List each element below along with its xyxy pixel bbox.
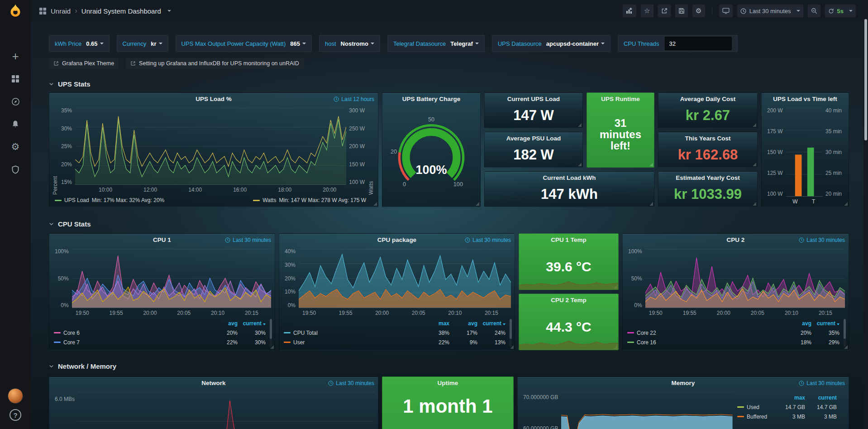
series-name[interactable]: Core 6 [63, 330, 80, 336]
variable-telegraf-datasource[interactable]: Telegraf Datasource Telegraf [387, 35, 485, 52]
legend: max avg current CPU Total 38% 17% 24% [279, 318, 515, 350]
panel-title[interactable]: UPS Load % [196, 96, 232, 102]
legend-header-max[interactable]: max [421, 320, 449, 327]
breadcrumb-app[interactable]: Unraid [51, 7, 71, 15]
time-range-picker[interactable]: Last 30 minutes [737, 4, 804, 18]
legend-header-current[interactable]: current [805, 395, 837, 401]
series-name[interactable]: Buffered [747, 414, 767, 420]
legend-scrollbar[interactable] [510, 319, 512, 347]
avatar[interactable] [8, 388, 23, 404]
link-ups-monitoring-guide[interactable]: Setting up Grafana and InfluxDB for UPS … [126, 58, 304, 69]
legend-header-avg[interactable]: avg [449, 320, 477, 327]
panel-title[interactable]: This Years Cost [685, 135, 730, 142]
series-name[interactable]: Core 22 [637, 330, 656, 336]
variable-host[interactable]: host Nostromo [319, 35, 380, 52]
legend-header-current[interactable]: current [238, 320, 266, 327]
panel-title[interactable]: Estimated Yearly Cost [676, 174, 740, 181]
dashboards-icon[interactable] [6, 70, 24, 88]
panel-uptime: Uptime 1 month 1 [382, 376, 514, 429]
grafana-logo[interactable] [0, 0, 31, 22]
chart-plot[interactable] [78, 392, 374, 429]
explore-icon[interactable] [6, 92, 24, 111]
alerting-icon[interactable] [6, 115, 24, 133]
chart-plot[interactable] [561, 392, 733, 429]
variable-currency[interactable]: Currency kr [117, 35, 168, 52]
chart-plot[interactable] [786, 108, 823, 197]
series-name[interactable]: Used [747, 404, 759, 410]
row-header-network-memory[interactable]: Network / Memory [49, 360, 849, 372]
apps-grid-icon[interactable] [39, 7, 47, 15]
dashboard-title-caret-icon[interactable] [167, 10, 171, 12]
row-header-cpu-stats[interactable]: CPU Stats [49, 218, 849, 230]
scrollbar-thumb[interactable] [270, 319, 272, 339]
panel-title[interactable]: UPS Runtime [601, 96, 640, 102]
legend-header-current[interactable]: current [477, 320, 506, 327]
series-color-dash [737, 416, 744, 417]
panel-cpu-package: CPU package Last 30 minutes 40%30%20%10%… [279, 233, 515, 350]
configuration-icon[interactable]: ⚙ [6, 138, 24, 156]
legend-row: Core 22 20% 35% [627, 328, 839, 337]
series-name[interactable]: UPS Load [64, 197, 89, 203]
panel-title[interactable]: Current UPS Load [507, 96, 560, 102]
dashboard-settings-button[interactable]: ⚙ [692, 4, 706, 18]
series-name[interactable]: Core 16 [637, 339, 656, 346]
panel-title[interactable]: CPU 1 Temp [551, 236, 587, 243]
legend-header-current[interactable]: current [811, 320, 839, 327]
chart-plot[interactable] [75, 108, 346, 185]
panel-title[interactable]: Current Load kWh [543, 174, 596, 181]
panel-time-range[interactable]: Last 30 minutes [225, 234, 271, 246]
star-button[interactable]: ☆ [640, 4, 654, 18]
panel-title[interactable]: Memory [672, 380, 695, 386]
clock-icon [334, 96, 339, 102]
series-name[interactable]: Core 7 [63, 339, 80, 346]
cpu-threads-input[interactable] [665, 37, 732, 50]
legend-header-max[interactable]: max [773, 395, 805, 401]
variable-kwh-price[interactable]: kWh Price 0.65 [49, 35, 110, 52]
panel-title[interactable]: UPS Load vs Time left [773, 96, 837, 102]
cycle-view-button[interactable] [719, 4, 733, 18]
panel-title[interactable]: Average Daily Cost [680, 96, 736, 102]
share-button[interactable] [658, 4, 671, 18]
panel-title[interactable]: Average PSU Load [506, 135, 561, 142]
panel-title[interactable]: CPU 2 [727, 236, 745, 243]
add-panel-button[interactable] [622, 4, 637, 18]
save-button[interactable] [675, 4, 688, 18]
panel-time-range[interactable]: Last 12 hours [334, 93, 374, 105]
panel-title[interactable]: Uptime [438, 380, 458, 386]
scrollbar-thumb[interactable] [864, 19, 867, 140]
legend-scrollbar[interactable] [844, 319, 846, 347]
help-icon[interactable]: ? [10, 409, 21, 421]
panel-time-range[interactable]: Last 30 minutes [328, 377, 374, 389]
scrollbar-thumb[interactable] [844, 319, 846, 339]
series-name[interactable]: Watts [262, 197, 276, 203]
chart-plot[interactable] [299, 249, 511, 308]
panel-title[interactable]: Network [201, 380, 225, 386]
variable-ups-max-output[interactable]: UPS Max Output Power Capacity (Watt) 865 [176, 35, 312, 52]
panel-title[interactable]: CPU 2 Temp [551, 297, 587, 304]
row-header-ups-stats[interactable]: UPS Stats [49, 78, 849, 90]
series-name[interactable]: User [293, 339, 305, 346]
legend-header-avg[interactable]: avg [783, 320, 811, 327]
chart-plot[interactable] [72, 249, 271, 308]
refresh-picker[interactable]: 5s [825, 4, 856, 18]
link-grafana-plex-theme[interactable]: Grafana Plex Theme [49, 58, 119, 69]
panel-title[interactable]: CPU package [377, 236, 416, 243]
page-scrollbar[interactable] [863, 0, 868, 429]
legend-header-avg[interactable]: avg [210, 320, 238, 327]
panel-title[interactable]: CPU 1 [153, 236, 171, 243]
chart-plot[interactable] [645, 249, 845, 308]
tick-label: 100% [628, 249, 642, 254]
tick-label: 70.000000 GB [523, 395, 558, 400]
dashboard-title[interactable]: Unraid System Dashboard [81, 7, 161, 15]
legend-scrollbar[interactable] [270, 319, 272, 347]
series-name[interactable]: CPU Total [293, 330, 318, 336]
panel-time-range[interactable]: Last 30 minutes [799, 234, 845, 246]
zoom-out-button[interactable] [807, 4, 821, 18]
panel-title[interactable]: UPS Battery Charge [402, 96, 460, 102]
scrollbar-thumb[interactable] [510, 319, 512, 339]
shield-icon[interactable] [6, 160, 24, 178]
panel-time-range[interactable]: Last 30 minutes [799, 377, 845, 389]
panel-time-range[interactable]: Last 30 minutes [465, 234, 511, 246]
variable-ups-datasource[interactable]: UPS Datasource apcupsd-container [492, 35, 610, 52]
create-icon[interactable]: + [6, 47, 24, 65]
